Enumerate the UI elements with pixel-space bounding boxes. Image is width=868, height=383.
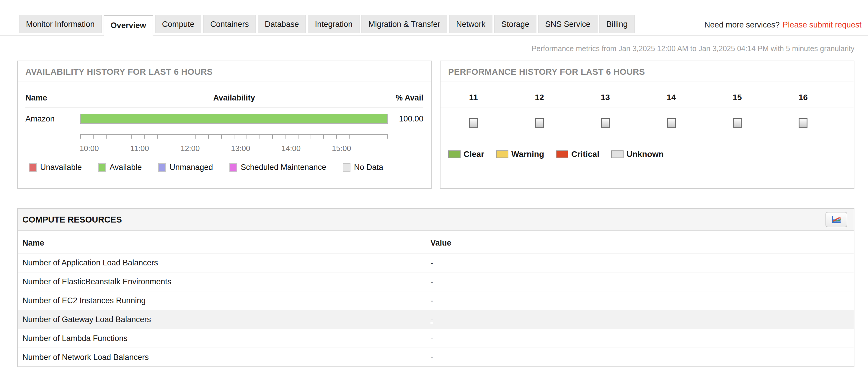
metric-name: Number of Application Load Balancers — [18, 258, 430, 267]
time-axis-label: 15:00 — [332, 144, 351, 153]
compute-resources-panel: COMPUTE RESOURCES Name Value Number of A… — [17, 208, 855, 367]
legend-item: Clear — [448, 150, 484, 159]
status-box-unknown — [601, 118, 610, 128]
legend-item: Critical — [556, 150, 599, 159]
status-box-unknown — [535, 118, 544, 128]
compute-resources-header: COMPUTE RESOURCES — [18, 209, 854, 231]
compute-table-row[interactable]: Number of EC2 Instances Running - — [18, 291, 854, 310]
compute-table-row[interactable]: Number of Lambda Functions - — [18, 329, 854, 348]
tab[interactable]: Billing — [599, 15, 635, 33]
column-header-name: Name — [18, 238, 430, 248]
column-header-value: Value — [430, 238, 854, 248]
legend-swatch — [98, 163, 106, 172]
tab-bar: Monitor InformationOverviewComputeContai… — [0, 0, 868, 36]
legend-item: Warning — [496, 150, 544, 159]
time-axis-label: 14:00 — [281, 144, 301, 153]
metric-name: Number of Gateway Load Balancers — [18, 315, 430, 324]
time-axis: 10:0011:0012:0013:0014:0015:00 — [80, 134, 388, 157]
metric-value[interactable]: - — [430, 353, 433, 362]
status-box-unknown — [799, 118, 807, 128]
view-graph-button[interactable] — [826, 212, 847, 227]
compute-table-rows: Number of Application Load Balancers - N… — [18, 253, 854, 366]
hour-label: 14 — [638, 93, 704, 102]
metric-name: Number of Lambda Functions — [18, 334, 430, 343]
tab[interactable]: Overview — [104, 16, 153, 36]
tab[interactable]: Containers — [203, 15, 256, 33]
hour-label: 15 — [704, 93, 770, 102]
line-chart-icon — [831, 215, 842, 224]
legend-swatch — [158, 163, 166, 172]
monitor-name: Amazon — [25, 114, 80, 123]
compute-table-row[interactable]: Number of Network Load Balancers - — [18, 348, 854, 366]
performance-panel-title: PERFORMANCE HISTORY FOR LAST 6 HOURS — [440, 61, 854, 82]
tab[interactable]: Storage — [494, 15, 536, 33]
availability-bar-track — [80, 114, 388, 124]
legend-label: Critical — [571, 150, 599, 159]
submit-request-link[interactable]: Please submit request — [783, 20, 862, 29]
legend-label: Scheduled Maintenance — [241, 163, 326, 172]
compute-table-row[interactable]: Number of ElasticBeanstalk Environments … — [18, 272, 854, 291]
top-panels: AVAILABILITY HISTORY FOR LAST 6 HOURS Na… — [17, 61, 855, 189]
legend-swatch — [556, 150, 568, 158]
hour-label: 12 — [506, 93, 572, 102]
tab[interactable]: SNS Service — [538, 15, 597, 33]
metric-name: Number of Network Load Balancers — [18, 353, 430, 362]
legend-label: No Data — [354, 163, 383, 172]
hour-label: 16 — [770, 93, 836, 102]
legend-swatch — [343, 163, 350, 172]
availability-table: Name Availability % Avail Amazon 100.00 — [18, 82, 431, 172]
compute-table-row[interactable]: Number of Application Load Balancers - — [18, 253, 854, 272]
legend-swatch — [229, 163, 237, 172]
availability-panel-title: AVAILABILITY HISTORY FOR LAST 6 HOURS — [18, 61, 431, 82]
performance-status-boxes — [440, 108, 854, 128]
legend-item: Unmanaged — [158, 163, 213, 172]
metric-value[interactable]: - — [430, 315, 433, 324]
column-header-percent-avail: % Avail — [388, 93, 423, 102]
availability-bar — [80, 114, 388, 124]
tab[interactable]: Integration — [308, 15, 360, 33]
tab[interactable]: Network — [449, 15, 492, 33]
performance-hour-labels: 111213141516 — [440, 82, 854, 108]
column-header-availability: Availability — [80, 93, 388, 102]
tab[interactable]: Monitor Information — [19, 15, 102, 33]
metric-value[interactable]: - — [430, 277, 433, 286]
status-box-unknown — [733, 118, 742, 128]
legend-swatch — [611, 150, 624, 158]
hour-label: 11 — [440, 93, 506, 102]
metric-value[interactable]: - — [430, 296, 433, 305]
legend-label: Unmanaged — [169, 163, 213, 172]
legend-item: Scheduled Maintenance — [229, 163, 326, 172]
tab[interactable]: Database — [258, 15, 306, 33]
compute-table-row[interactable]: Number of Gateway Load Balancers - — [18, 310, 854, 329]
legend-label: Clear — [464, 150, 484, 159]
compute-resources-title: COMPUTE RESOURCES — [23, 215, 122, 225]
compute-table-header: Name Value — [18, 231, 854, 253]
metric-value[interactable]: - — [430, 334, 433, 343]
availability-legend: Unavailable Available Unmanaged Schedule… — [25, 157, 423, 172]
tab[interactable]: Compute — [155, 15, 202, 33]
status-box-unknown — [667, 118, 676, 128]
metrics-caption: Performance metrics from Jan 3,2025 12:0… — [0, 36, 868, 53]
legend-item: Unknown — [611, 150, 664, 159]
availability-history-panel: AVAILABILITY HISTORY FOR LAST 6 HOURS Na… — [17, 61, 432, 189]
performance-history-panel: PERFORMANCE HISTORY FOR LAST 6 HOURS 111… — [440, 61, 855, 189]
legend-item: Unavailable — [29, 163, 82, 172]
tab[interactable]: Migration & Transfer — [361, 15, 447, 33]
legend-swatch — [29, 163, 37, 172]
metric-name: Number of EC2 Instances Running — [18, 296, 430, 305]
performance-legend: Clear Warning Critical Unknown — [440, 128, 854, 159]
time-axis-label: 13:00 — [231, 144, 250, 153]
legend-label: Unavailable — [40, 163, 82, 172]
availability-rows: Amazon 100.00 — [25, 108, 423, 130]
metric-name: Number of ElasticBeanstalk Environments — [18, 277, 430, 286]
column-header-name: Name — [25, 93, 80, 102]
status-box-unknown — [469, 118, 478, 128]
availability-table-header: Name Availability % Avail — [25, 82, 423, 108]
availability-row[interactable]: Amazon 100.00 — [25, 108, 423, 130]
time-axis-label: 10:00 — [80, 144, 99, 153]
time-axis-row: 10:0011:0012:0013:0014:0015:00 — [25, 130, 423, 157]
tab-strip: Monitor InformationOverviewComputeContai… — [19, 15, 637, 35]
metric-value[interactable]: - — [430, 258, 433, 267]
need-more-services: Need more services?Please submit request — [705, 20, 862, 35]
legend-item: No Data — [343, 163, 383, 172]
